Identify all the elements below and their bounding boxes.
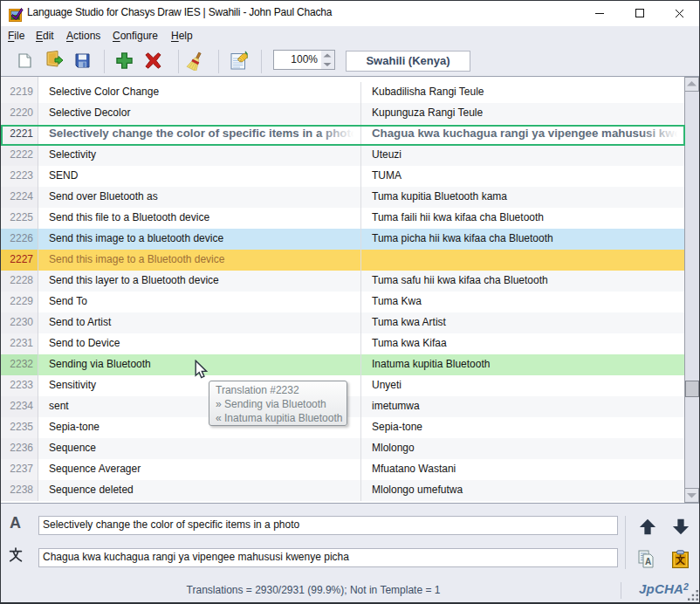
svg-text:A: A xyxy=(645,557,651,566)
